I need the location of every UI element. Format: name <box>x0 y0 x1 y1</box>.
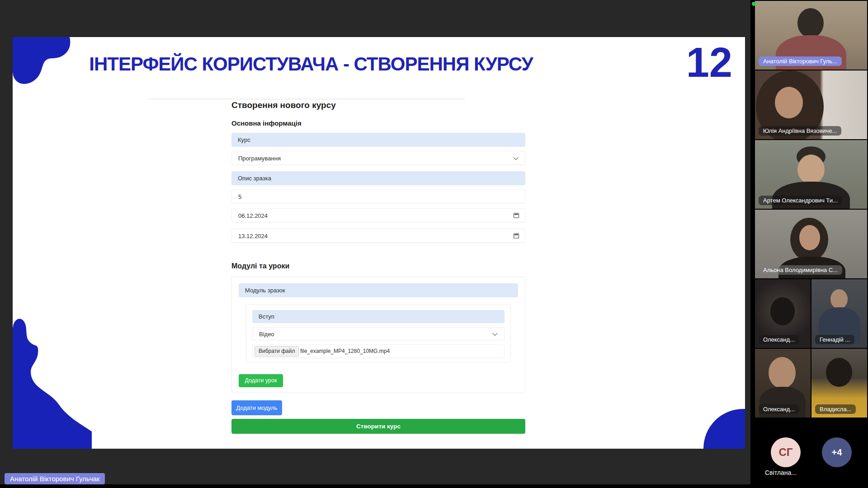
avatar-name: Світлана... <box>765 469 797 476</box>
chevron-down-icon <box>513 155 518 160</box>
modules-section-label: Модулі та уроки <box>231 262 289 270</box>
meeting-window: ІНТЕРФЕЙС КОРИСТУВАЧА - СТВОРЕННЯ КУРСУ … <box>0 0 868 488</box>
form-heading: Створення нового курсу <box>231 100 336 110</box>
participant-name-badge: Владисла... <box>815 404 856 414</box>
participant-name-badge: Артем Олександрович Ти... <box>759 196 842 205</box>
participant-video-row-1: Олександ... Геннадій ... <box>755 279 867 348</box>
person-silhouette <box>797 8 824 38</box>
create-course-button[interactable]: Створити курс <box>231 419 525 434</box>
participant-video-artem[interactable]: Артем Олександрович Ти... <box>755 140 867 209</box>
start-date-value: 06.12.2024 <box>238 212 268 219</box>
overflow-participants-badge[interactable]: +4 <box>822 437 852 467</box>
lesson-type-select[interactable]: Відео <box>252 327 505 340</box>
active-speaker-nameplate: Анатолій Вікторович Гульчак <box>5 473 105 484</box>
calendar-icon[interactable] <box>514 233 519 238</box>
participant-video-anatolii[interactable]: Анатолій Вікторович Гуль... <box>755 1 867 70</box>
shared-screen-slide: ІНТЕРФЕЙС КОРИСТУВАЧА - СТВОРЕННЯ КУРСУ … <box>13 37 745 449</box>
file-input[interactable]: Вибрати файл file_example_MP4_1280_10MG.… <box>252 344 505 358</box>
add-lesson-button[interactable]: Додати урок <box>239 374 283 387</box>
course-select[interactable]: Програмування <box>231 151 525 165</box>
participants-sidebar: Анатолій Вікторович Гуль... Юлія Андріїв… <box>750 0 868 488</box>
course-name-field[interactable]: Курс <box>231 133 525 147</box>
person-silhouette <box>775 87 803 118</box>
decorative-blob-bottom-left <box>13 313 92 449</box>
chevron-down-icon <box>492 330 497 335</box>
avatar[interactable]: СГ <box>771 437 801 467</box>
end-date-field[interactable]: 13.12.2024 <box>231 229 525 243</box>
module-title-field[interactable]: Модуль зразок <box>239 283 518 297</box>
chosen-file-name: file_example_MP4_1280_10MG.mp4 <box>300 345 390 358</box>
participant-name-badge: Анатолій Вікторович Гуль... <box>759 56 842 66</box>
person-silhouette <box>797 155 825 184</box>
participant-video-oleksandr-1[interactable]: Олександ... <box>755 279 811 348</box>
end-date-value: 13.12.2024 <box>238 233 268 239</box>
person-silhouette <box>826 358 852 387</box>
course-select-value: Програмування <box>238 155 281 162</box>
participant-video-vladyslav[interactable]: Владисла... <box>811 349 867 418</box>
lesson-type-value: Відео <box>259 331 274 338</box>
lesson-title-field[interactable]: Вступ <box>252 310 505 323</box>
choose-file-button[interactable]: Вибрати файл <box>255 346 299 357</box>
start-date-field[interactable]: 06.12.2024 <box>231 208 525 222</box>
person-silhouette <box>799 225 820 250</box>
participant-name-badge: Олександ... <box>759 404 799 414</box>
person-silhouette <box>770 297 795 325</box>
connection-status-dot <box>752 2 756 6</box>
participant-avatars-tile: СГ Світлана... +4 <box>755 418 867 488</box>
participant-video-hennadii[interactable]: Геннадій ... <box>811 279 867 348</box>
add-module-button[interactable]: Додати модуль <box>231 400 282 415</box>
title-divider <box>148 99 465 99</box>
number-field[interactable]: 5 <box>231 189 525 203</box>
participant-video-row-2: Олександ... Владисла... <box>755 349 867 418</box>
description-field[interactable]: Опис зразка <box>231 171 525 185</box>
person-silhouette <box>830 289 848 309</box>
participant-name-badge: Олександ... <box>759 335 799 344</box>
participant-video-alona[interactable]: Альона Володимирівна С... <box>755 210 867 278</box>
person-silhouette <box>769 357 796 389</box>
participant-video-yuliia[interactable]: Юлія Андріївна Вязовиче... <box>755 70 867 139</box>
basic-info-section-label: Основна інформація <box>231 119 302 127</box>
slide-title: ІНТЕРФЕЙС КОРИСТУВАЧА - СТВОРЕННЯ КУРСУ <box>62 53 560 75</box>
participant-name-badge: Геннадій ... <box>815 335 854 344</box>
participant-name-badge: Альона Володимирівна С... <box>759 265 842 275</box>
participant-name-badge: Юлія Андріївна Вязовиче... <box>759 126 841 136</box>
calendar-icon[interactable] <box>514 213 519 218</box>
slide-page-number: 12 <box>686 42 732 83</box>
participant-video-oleksandr-2[interactable]: Олександ... <box>755 349 811 418</box>
bottom-bar <box>0 484 868 488</box>
decorative-blob-bottom-right <box>703 409 745 449</box>
